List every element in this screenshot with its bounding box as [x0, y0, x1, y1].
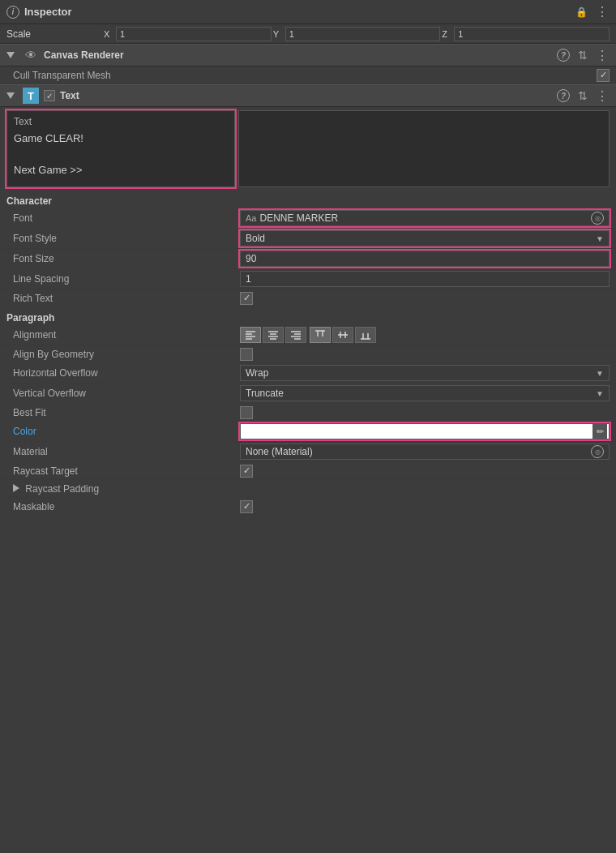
text-line2 — [14, 147, 228, 163]
align-by-geometry-label: Align By Geometry — [13, 349, 240, 360]
material-row: Material None (Material) ◎ — [0, 442, 616, 462]
text-collapse-icon[interactable] — [6, 92, 15, 99]
horizontal-overflow-current: Wrap — [246, 367, 268, 379]
vertical-overflow-label: Vertical Overflow — [13, 388, 240, 399]
rich-text-label: Rich Text — [13, 293, 240, 304]
text-content: Game CLEAR! Next Game >> — [14, 131, 228, 178]
cull-checkbox[interactable] — [597, 69, 610, 82]
font-field[interactable]: Aa DENNE MARKER ◎ — [240, 210, 610, 226]
color-picker-icon[interactable]: ✏ — [592, 424, 607, 439]
collapse-icon[interactable] — [6, 52, 15, 58]
character-heading: Character — [0, 191, 616, 208]
align-bottom-btn[interactable] — [355, 327, 376, 343]
align-top-btn[interactable] — [310, 327, 331, 343]
text-line3: Next Game >> — [14, 162, 228, 178]
raycast-target-label: Raycast Target — [13, 465, 240, 477]
align-by-geometry-checkbox[interactable] — [240, 348, 253, 361]
canvas-renderer-title: Canvas Renderer — [44, 49, 552, 61]
text-area-container: Text Game CLEAR! Next Game >> — [0, 107, 616, 191]
alignment-row: Alignment — [0, 325, 616, 345]
align-left-btn[interactable] — [240, 327, 261, 343]
maskable-value — [240, 500, 610, 513]
x-label: X — [104, 29, 113, 39]
y-input[interactable] — [285, 27, 441, 41]
character-label: Character — [6, 195, 52, 207]
canvas-renderer-header: 👁 Canvas Renderer ? ⇅ ⋮ — [0, 44, 616, 66]
vertical-overflow-dropdown[interactable]: Truncate ▼ — [240, 385, 610, 401]
paragraph-label: Paragraph — [6, 312, 54, 324]
info-icon: i — [6, 6, 19, 19]
raycast-target-row: Raycast Target — [0, 462, 616, 480]
line-spacing-label: Line Spacing — [13, 273, 240, 285]
maskable-checkbox[interactable] — [240, 500, 253, 513]
raycast-padding-expand-icon[interactable] — [13, 484, 19, 492]
material-target-icon[interactable]: ◎ — [591, 445, 604, 458]
align-by-geometry-value — [240, 348, 610, 361]
alignment-buttons — [240, 327, 610, 343]
z-label: Z — [442, 29, 451, 39]
horizontal-overflow-label: Horizontal Overflow — [13, 367, 240, 379]
x-field: X — [104, 27, 272, 41]
font-value: Aa DENNE MARKER ◎ — [240, 210, 610, 226]
material-current: None (Material) — [246, 446, 313, 457]
text-component-icon: T — [23, 88, 39, 104]
vertical-overflow-value: Truncate ▼ — [240, 385, 610, 401]
alignment-label: Alignment — [13, 329, 240, 341]
canvas-renderer-help-icon[interactable]: ? — [557, 49, 570, 62]
font-size-input[interactable] — [240, 251, 610, 267]
x-input[interactable] — [116, 27, 272, 41]
text-preview-area — [238, 110, 610, 187]
best-fit-checkbox[interactable] — [240, 406, 253, 419]
rich-text-checkbox[interactable] — [240, 292, 253, 305]
cull-label: Cull Transparent Mesh — [13, 70, 597, 81]
line-spacing-input[interactable] — [240, 271, 610, 287]
raycast-target-value — [240, 465, 610, 478]
font-target-icon[interactable]: ◎ — [591, 212, 604, 225]
horizontal-overflow-arrow-icon: ▼ — [596, 369, 604, 378]
align-by-geometry-row: Align By Geometry — [0, 345, 616, 363]
raycast-padding-label: Raycast Padding — [13, 483, 240, 495]
canvas-renderer-settings-icon[interactable]: ⇅ — [578, 49, 588, 62]
horizontal-align-group — [240, 327, 306, 343]
align-right-btn[interactable] — [285, 327, 306, 343]
font-style-current: Bold — [246, 233, 265, 244]
text-line1: Game CLEAR! — [14, 131, 228, 147]
text-enable-checkbox[interactable]: ✓ — [44, 90, 55, 101]
text-settings-icon[interactable]: ⇅ — [578, 89, 588, 102]
color-field[interactable]: ✏ — [240, 423, 610, 439]
canvas-renderer-more-icon[interactable]: ⋮ — [596, 48, 610, 63]
font-aa: Aa — [246, 213, 256, 223]
font-row: Font Aa DENNE MARKER ◎ — [0, 208, 616, 229]
rich-text-row: Rich Text — [0, 289, 616, 307]
font-size-label: Font Size — [13, 253, 240, 264]
eye-icon[interactable]: 👁 — [23, 47, 39, 63]
text-edit-box[interactable]: Text Game CLEAR! Next Game >> — [6, 110, 235, 187]
text-help-icon[interactable]: ? — [557, 89, 570, 102]
font-style-arrow-icon: ▼ — [596, 234, 604, 243]
more-options-icon[interactable]: ⋮ — [596, 4, 610, 19]
lock-icon[interactable]: 🔒 — [575, 6, 588, 18]
font-label: Font — [13, 212, 240, 224]
font-style-dropdown[interactable]: Bold ▼ — [240, 230, 610, 246]
align-middle-btn[interactable] — [332, 327, 353, 343]
vertical-overflow-current: Truncate — [246, 388, 284, 399]
material-label: Material — [13, 446, 240, 457]
font-name: DENNE MARKER — [259, 212, 338, 224]
horizontal-overflow-dropdown[interactable]: Wrap ▼ — [240, 365, 610, 381]
font-field-left: Aa DENNE MARKER — [246, 212, 338, 224]
paragraph-heading: Paragraph — [0, 307, 616, 325]
z-field: Z — [442, 27, 610, 41]
best-fit-value — [240, 406, 610, 419]
align-center-btn[interactable] — [263, 327, 284, 343]
vertical-align-group — [310, 327, 376, 343]
text-component-title: Text — [60, 90, 552, 101]
vertical-overflow-row: Vertical Overflow Truncate ▼ — [0, 384, 616, 404]
text-more-icon[interactable]: ⋮ — [596, 88, 610, 104]
material-field[interactable]: None (Material) ◎ — [240, 444, 610, 460]
best-fit-row: Best Fit — [0, 404, 616, 422]
z-input[interactable] — [454, 27, 610, 41]
raycast-target-checkbox[interactable] — [240, 465, 253, 478]
text-area-wrapper: Text Game CLEAR! Next Game >> — [6, 110, 610, 187]
inspector-title: Inspector — [24, 6, 72, 18]
text-field-label: Text — [14, 116, 228, 127]
